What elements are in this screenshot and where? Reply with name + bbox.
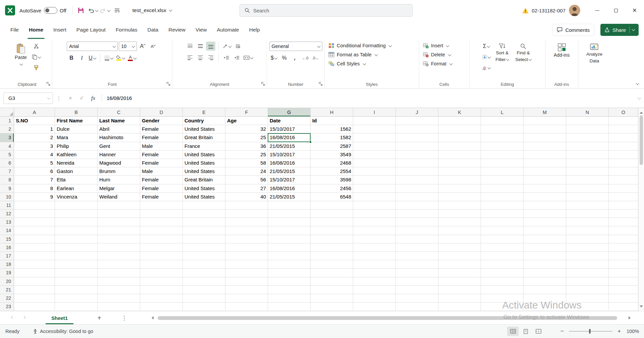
row-header-21[interactable]: 21: [0, 286, 14, 294]
cell-I21[interactable]: [353, 286, 396, 294]
cell-N16[interactable]: [566, 243, 609, 252]
scroll-down-arrow-icon[interactable]: [640, 305, 643, 309]
cell-B7[interactable]: Gaston: [55, 167, 98, 176]
cell-O21[interactable]: [609, 286, 638, 294]
cell-D11[interactable]: [140, 201, 183, 210]
cell-styles-button[interactable]: Cell Styles: [326, 60, 394, 68]
cell-L7[interactable]: [481, 167, 524, 176]
cell-E3[interactable]: Great Britain: [183, 133, 225, 142]
cell-F20[interactable]: [225, 277, 268, 286]
cell-K18[interactable]: [438, 260, 481, 269]
cell-C5[interactable]: Hanner: [98, 151, 140, 159]
col-header-L[interactable]: L: [481, 108, 524, 117]
cell-G9[interactable]: 16/08/2016: [268, 184, 311, 193]
cell-G17[interactable]: [268, 252, 311, 260]
align-top-button[interactable]: [185, 42, 195, 51]
zoom-in-button[interactable]: +: [616, 328, 622, 335]
zoom-slider[interactable]: [569, 331, 612, 332]
cell-F15[interactable]: [225, 235, 268, 243]
cell-D3[interactable]: Female: [140, 133, 183, 142]
cell-C12[interactable]: [98, 210, 140, 218]
font-dialog-launcher[interactable]: [166, 82, 171, 86]
cell-D12[interactable]: [140, 210, 183, 218]
cell-J11[interactable]: [396, 201, 438, 210]
fill-color-button[interactable]: [115, 53, 126, 62]
cell-G16[interactable]: [268, 243, 311, 252]
tab-automate[interactable]: Automate: [212, 21, 244, 39]
cell-N2[interactable]: [566, 125, 609, 133]
cell-M11[interactable]: [524, 201, 566, 210]
cell-A22[interactable]: [14, 294, 55, 302]
cell-K1[interactable]: [438, 117, 481, 125]
cell-N1[interactable]: [566, 117, 609, 125]
increase-decimal-button[interactable]: ←.0: [301, 53, 310, 62]
cell-I5[interactable]: [353, 151, 396, 159]
cell-G15[interactable]: [268, 235, 311, 243]
cell-K14[interactable]: [438, 226, 481, 235]
cell-N3[interactable]: [566, 133, 609, 142]
col-header-F[interactable]: F: [225, 108, 268, 117]
cell-C9[interactable]: Melgar: [98, 184, 140, 193]
cell-J17[interactable]: [396, 252, 438, 260]
hscroll-left-arrow-icon[interactable]: [150, 316, 154, 320]
cell-A10[interactable]: 9: [14, 193, 55, 201]
cell-D4[interactable]: Male: [140, 142, 183, 151]
tab-data[interactable]: Data: [142, 21, 163, 39]
cell-J12[interactable]: [396, 210, 438, 218]
cell-A2[interactable]: 1: [14, 125, 55, 133]
row-header-1[interactable]: 1: [0, 117, 14, 125]
cell-I22[interactable]: [353, 294, 396, 302]
underline-button[interactable]: U: [88, 53, 97, 62]
cell-N5[interactable]: [566, 151, 609, 159]
row-header-10[interactable]: 10: [0, 193, 14, 201]
search-box[interactable]: Search: [239, 4, 413, 17]
cell-D23[interactable]: [140, 302, 183, 311]
cell-M18[interactable]: [524, 260, 566, 269]
cell-F3[interactable]: 25: [225, 133, 268, 142]
row-header-17[interactable]: 17: [0, 252, 14, 260]
cut-button[interactable]: [31, 42, 42, 51]
cell-N6[interactable]: [566, 159, 609, 167]
cell-J5[interactable]: [396, 151, 438, 159]
row-header-22[interactable]: 22: [0, 294, 14, 302]
row-header-5[interactable]: 5: [0, 151, 14, 159]
cell-C11[interactable]: [98, 201, 140, 210]
paste-button[interactable]: Paste: [12, 42, 29, 69]
cell-B17[interactable]: [55, 252, 98, 260]
cell-A1[interactable]: S.NO: [14, 117, 55, 125]
cell-D14[interactable]: [140, 226, 183, 235]
cell-E22[interactable]: [183, 294, 225, 302]
cell-N9[interactable]: [566, 184, 609, 193]
cell-I23[interactable]: [353, 302, 396, 311]
alignment-dialog-launcher[interactable]: [261, 82, 265, 86]
cell-O3[interactable]: [609, 133, 638, 142]
excel-app-icon[interactable]: [5, 5, 15, 16]
number-format-select[interactable]: General: [269, 42, 322, 51]
cell-K19[interactable]: [438, 269, 481, 277]
cell-L21[interactable]: [481, 286, 524, 294]
user-avatar[interactable]: [569, 5, 580, 16]
tab-home[interactable]: Home: [24, 21, 48, 39]
cell-B18[interactable]: [55, 260, 98, 269]
cell-G14[interactable]: [268, 226, 311, 235]
cell-O19[interactable]: [609, 269, 638, 277]
cell-J14[interactable]: [396, 226, 438, 235]
cell-F13[interactable]: [225, 218, 268, 226]
cell-B3[interactable]: Mara: [55, 133, 98, 142]
cell-L2[interactable]: [481, 125, 524, 133]
cell-H13[interactable]: [311, 218, 353, 226]
cell-D17[interactable]: [140, 252, 183, 260]
cell-F16[interactable]: [225, 243, 268, 252]
align-middle-button[interactable]: [196, 42, 205, 51]
namebox-resize-handle[interactable]: ⋮: [56, 95, 61, 101]
cell-D22[interactable]: [140, 294, 183, 302]
row-header-11[interactable]: 11: [0, 201, 14, 210]
cell-L6[interactable]: [481, 159, 524, 167]
cell-G3[interactable]: 16/08/2016: [268, 133, 311, 142]
cell-C17[interactable]: [98, 252, 140, 260]
page-break-view-button[interactable]: [533, 327, 544, 336]
cell-B9[interactable]: Earlean: [55, 184, 98, 193]
merge-center-button[interactable]: [243, 53, 254, 62]
cell-J4[interactable]: [396, 142, 438, 151]
row-header-6[interactable]: 6: [0, 159, 14, 167]
